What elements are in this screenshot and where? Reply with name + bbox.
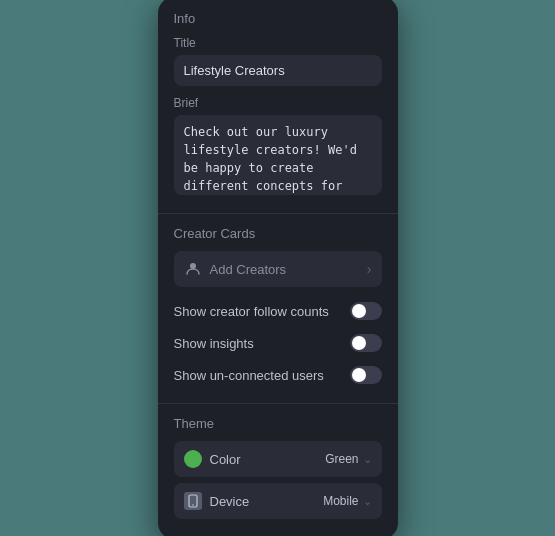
color-value: Green (325, 452, 358, 466)
toggle-follow-knob (352, 304, 366, 318)
brief-field-group: Brief Check out our luxury lifestyle cre… (174, 96, 382, 199)
toggle-row-unconnected: Show un-connected users (174, 359, 382, 391)
brief-textarea[interactable]: Check out our luxury lifestyle creators!… (174, 115, 382, 195)
chevron-right-icon: › (367, 261, 372, 277)
device-select[interactable]: Mobile ⌄ (323, 494, 371, 508)
title-field-group: Title (174, 36, 382, 86)
creator-cards-label: Creator Cards (174, 226, 382, 241)
toggle-insights-knob (352, 336, 366, 350)
settings-panel: Info Title Brief Check out our luxury li… (158, 0, 398, 536)
toggle-row-follow: Show creator follow counts (174, 295, 382, 327)
toggle-insights-label: Show insights (174, 336, 254, 351)
info-section-label: Info (174, 11, 382, 26)
device-value: Mobile (323, 494, 358, 508)
creator-cards-section: Creator Cards Add Creators › Show creato… (158, 214, 398, 403)
title-input[interactable] (174, 55, 382, 86)
toggle-row-insights: Show insights (174, 327, 382, 359)
person-icon (184, 260, 202, 278)
color-select-arrow: ⌄ (363, 453, 372, 466)
color-theme-label: Color (210, 452, 241, 467)
title-field-label: Title (174, 36, 382, 50)
info-section: Info Title Brief Check out our luxury li… (158, 0, 398, 213)
toggle-follow-label: Show creator follow counts (174, 304, 329, 319)
toggle-insights[interactable] (350, 334, 382, 352)
device-select-arrow: ⌄ (363, 495, 372, 508)
device-icon (184, 492, 202, 510)
theme-section-label: Theme (174, 416, 382, 431)
svg-point-2 (192, 504, 194, 506)
color-select[interactable]: Green ⌄ (325, 452, 371, 466)
toggle-unconnected-knob (352, 368, 366, 382)
toggle-unconnected[interactable] (350, 366, 382, 384)
color-theme-row[interactable]: Color Green ⌄ (174, 441, 382, 477)
brief-field-label: Brief (174, 96, 382, 110)
toggle-unconnected-label: Show un-connected users (174, 368, 324, 383)
theme-section: Theme Color Green ⌄ Device (158, 404, 398, 536)
device-theme-row[interactable]: Device Mobile ⌄ (174, 483, 382, 519)
add-creators-label: Add Creators (210, 262, 287, 277)
color-dot-icon (184, 450, 202, 468)
device-theme-label: Device (210, 494, 250, 509)
svg-point-0 (190, 263, 196, 269)
toggle-follow[interactable] (350, 302, 382, 320)
add-creators-row[interactable]: Add Creators › (174, 251, 382, 287)
